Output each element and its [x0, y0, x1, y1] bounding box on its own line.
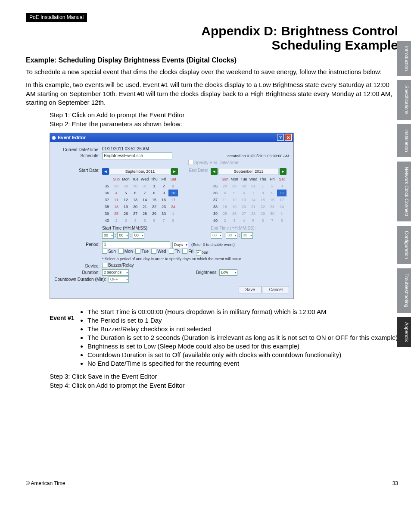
start-ss[interactable]: 00	[133, 232, 144, 239]
day-checkbox-sun[interactable]: Sun	[102, 249, 116, 254]
side-tabs: Introduction Specifications Installation…	[397, 41, 411, 352]
duration-select[interactable]: 2 seconds	[102, 269, 129, 276]
period-input[interactable]: 1	[102, 241, 170, 248]
step-4: Step 4: Click on Add to prompt the Event…	[50, 382, 398, 389]
next-month-icon: ►	[280, 168, 286, 175]
save-button[interactable]: Save	[239, 286, 262, 293]
end-calendar-grid: SunMonTueWedThuFriSat3528293031123364567…	[211, 176, 286, 224]
step-2: Step 2: Enter the parameters as shown be…	[50, 120, 398, 128]
calendar-month-title: September, 2011	[110, 168, 170, 175]
event-editor-window: ◉ Event Editor ? ✕ Current Date/Time: 01…	[50, 133, 294, 299]
start-date-label: Start Date:	[54, 167, 102, 173]
start-calendar[interactable]: ◄ September, 2011 ► SunMonTueWedThuFriSa…	[102, 168, 178, 224]
day-checkbox-th[interactable]: Th	[169, 249, 180, 254]
day-checkbox-mon[interactable]: Mon	[118, 249, 133, 254]
specify-end-checkbox[interactable]: Specify End Date/Time	[188, 160, 238, 165]
tab-installation[interactable]: Installation	[397, 124, 411, 157]
paragraph-2: In this example, two events will be used…	[26, 81, 398, 107]
tab-introduction[interactable]: Introduction	[397, 41, 411, 76]
close-icon[interactable]: ✕	[285, 134, 292, 141]
period-label: Period:	[54, 241, 102, 247]
created-on: created on 01/20/2011 06:03:00 AM	[227, 154, 289, 158]
current-datetime-value: 01/21/2011 03:52:26 AM	[102, 146, 289, 151]
appendix-title: Appendix D: Brightness ControlScheduling…	[26, 24, 398, 52]
tab-configuration[interactable]: Configuration	[397, 226, 411, 264]
countdown-label: Countdown Duration (Min):	[54, 276, 109, 282]
end-time-label: End Time (HH:MM:SS):	[211, 226, 286, 230]
tab-specifications[interactable]: Specifications	[397, 80, 411, 120]
device-label: Device:	[54, 263, 102, 268]
app-icon: ◉	[52, 135, 56, 140]
schedule-input[interactable]: BrightnessEvent.sch	[102, 152, 172, 159]
start-mm[interactable]: 00	[117, 232, 129, 239]
end-ss: 00	[241, 232, 253, 239]
calendar-month-title: September, 2011	[218, 168, 279, 175]
next-month-icon[interactable]: ►	[171, 168, 178, 175]
event1-label: Event #1	[50, 307, 80, 321]
cancel-button[interactable]: Cancel	[263, 286, 289, 293]
duration-label: Duration:	[54, 269, 102, 275]
end-mm: 00	[226, 232, 237, 239]
window-title: Event Editor	[58, 135, 86, 140]
step-3: Step 3: Click Save in the Event Editor	[50, 373, 398, 380]
day-checkbox-sat[interactable]: ✔Sat	[196, 250, 209, 255]
start-time-label: Start Time (HH:MM:SS):	[102, 226, 178, 230]
brightness-label: Brightness:	[196, 270, 218, 275]
end-date-label: End Date:	[187, 168, 211, 173]
paragraph-1: To schedule a new special event that dim…	[26, 68, 398, 76]
page-number: 33	[392, 480, 398, 486]
schedule-label: Schedule:	[54, 152, 102, 158]
event1-bullets: The Start Time is 00:00:00 (Hours dropdo…	[80, 307, 398, 368]
end-hh: 00	[211, 232, 222, 239]
current-datetime-label: Current Date/Time:	[54, 146, 102, 152]
copyright: © American Time	[26, 480, 65, 486]
start-hh[interactable]: 00	[102, 232, 114, 239]
day-checkbox-fri[interactable]: Fri	[182, 249, 193, 254]
day-checkbox-tue[interactable]: Tue	[135, 249, 149, 254]
period-hint: (Enter 0 to disable event)	[191, 243, 235, 247]
day-checkbox-wed[interactable]: Wed	[151, 249, 166, 254]
device-checkbox[interactable]: Buzzer/Relay	[102, 263, 134, 268]
period-unit-select[interactable]: Days	[172, 242, 189, 248]
titlebar: ◉ Event Editor ? ✕	[50, 133, 293, 142]
tab-troubleshooting[interactable]: Troubleshooting	[397, 268, 411, 312]
end-calendar: ◄ September, 2011 ► SunMonTueWedThuFriSa…	[211, 168, 286, 224]
start-calendar-grid[interactable]: SunMonTueWedThuFriSat3528293031123364567…	[102, 176, 178, 224]
prev-month-icon: ◄	[211, 168, 218, 175]
brightness-select[interactable]: Low	[219, 269, 237, 276]
tab-appendix[interactable]: Appendix	[397, 317, 411, 347]
step-1: Step 1: Click on Add to prompt the Event…	[50, 111, 398, 118]
days-note: * Select a period of one day in order to…	[102, 257, 289, 261]
prev-month-icon[interactable]: ◄	[102, 168, 109, 175]
help-icon[interactable]: ?	[277, 134, 284, 141]
countdown-select[interactable]: OFF	[109, 276, 129, 283]
example-heading: Example: Scheduling Display Brightness E…	[26, 56, 398, 64]
manual-tab: PoE Installation Manual	[26, 13, 87, 22]
tab-network-clock-connect[interactable]: Network Clock Connect	[397, 162, 411, 221]
